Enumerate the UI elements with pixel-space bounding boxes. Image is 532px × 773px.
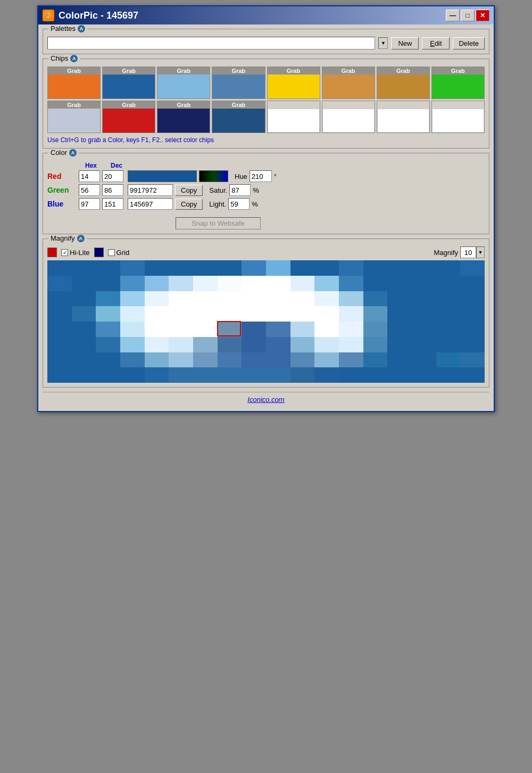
pixel: [242, 352, 266, 368]
pixel: [47, 291, 72, 307]
light-value-input[interactable]: [228, 198, 250, 210]
pixel: [339, 291, 363, 307]
magnify-info-badge[interactable]: A: [77, 235, 85, 242]
chip-item[interactable]: Grab: [267, 67, 320, 99]
pixel: [169, 276, 193, 291]
chip-item[interactable]: .: [431, 101, 485, 133]
pixel: [193, 260, 218, 276]
pixel: [193, 276, 218, 291]
pixel: [96, 306, 120, 322]
pixel: [218, 306, 242, 322]
pixel: [242, 260, 266, 276]
red-dec-input[interactable]: [102, 170, 123, 182]
pixel: [72, 291, 96, 307]
chip-item[interactable]: .: [377, 101, 430, 133]
chip-item[interactable]: Grab: [47, 101, 101, 133]
chip-item[interactable]: .: [267, 101, 320, 133]
grid-color-swatch[interactable]: [94, 248, 104, 257]
pixel: [145, 367, 169, 383]
pixel: [266, 276, 290, 291]
pixel: [72, 306, 96, 322]
snap-to-websafe-button[interactable]: Snap to Websafe: [176, 217, 261, 229]
chip-item[interactable]: Grab: [102, 67, 155, 99]
pixel: [47, 367, 72, 383]
magnify-value: 10: [460, 246, 476, 258]
footer-link[interactable]: Iconico.com: [247, 396, 284, 404]
maximize-button[interactable]: □: [461, 10, 475, 21]
pixel: [290, 276, 315, 291]
palette-dropdown-arrow[interactable]: ▼: [378, 37, 388, 49]
red-hex-input[interactable]: [79, 170, 100, 182]
pixel: [218, 367, 242, 383]
pixel: [96, 322, 120, 337]
copy1-button[interactable]: Copy: [175, 185, 203, 196]
chips-info-badge[interactable]: A: [70, 55, 78, 62]
pixel: [460, 352, 485, 368]
pixel: [193, 352, 218, 368]
chip-item[interactable]: Grab: [212, 101, 265, 133]
hex-value2-input[interactable]: [128, 198, 173, 210]
grid-checkbox[interactable]: [108, 249, 115, 256]
chip-item[interactable]: Grab: [322, 67, 375, 99]
chip-item[interactable]: Grab: [47, 67, 101, 99]
pixel: [218, 291, 242, 307]
hilite-color-swatch[interactable]: [47, 248, 57, 257]
magnify-dropdown-arrow[interactable]: ▼: [476, 246, 485, 258]
chip-item[interactable]: Grab: [102, 101, 155, 133]
copy2-button[interactable]: Copy: [175, 199, 203, 210]
magnify-dropdown[interactable]: 10 ▼: [460, 246, 485, 258]
edit-underline: E: [430, 39, 435, 47]
blue-hex-input[interactable]: [79, 198, 100, 210]
pixel: [314, 352, 339, 368]
pixel: [96, 291, 120, 307]
pixel: [242, 276, 266, 291]
minimize-button[interactable]: —: [446, 10, 460, 21]
chip-item[interactable]: Grab: [157, 101, 210, 133]
edit-palette-button[interactable]: Edit: [422, 37, 450, 50]
chip-item[interactable]: Grab: [431, 67, 485, 99]
window-title: ColorPic - 145697: [59, 10, 138, 21]
pixel: [363, 337, 388, 352]
chip-item[interactable]: Grab: [377, 67, 430, 99]
pixel: [460, 367, 485, 383]
blue-dec-input[interactable]: [102, 198, 123, 210]
palette-select-field[interactable]: [47, 37, 375, 50]
main-color-preview: [128, 170, 197, 182]
pixel: [363, 306, 388, 322]
green-hex-input[interactable]: [79, 184, 100, 196]
pixel: [387, 367, 412, 383]
pixel: [339, 322, 363, 337]
new-palette-button[interactable]: New: [391, 37, 419, 50]
green-dec-input[interactable]: [102, 184, 123, 196]
pixel: [266, 306, 290, 322]
grid-checkbox-area[interactable]: Grid: [108, 249, 130, 257]
hilite-checkbox-area[interactable]: ✓ Hi-Lite: [61, 249, 90, 257]
chip-item[interactable]: Grab: [212, 67, 265, 99]
hex-value1-input[interactable]: [128, 184, 173, 196]
pixel: [47, 260, 72, 276]
pixel: [47, 352, 72, 368]
chips-section: Chips A GrabGrabGrabGrabGrabGrabGrabGrab…: [43, 59, 489, 149]
pixel: [145, 291, 169, 307]
pixel: [242, 367, 266, 383]
color-section: Color A Hex Dec Red: [43, 153, 489, 234]
pixel: [436, 291, 461, 307]
delete-palette-button[interactable]: Delete: [453, 37, 485, 50]
pixel: [387, 337, 412, 352]
hue-label: Hue: [235, 172, 247, 180]
pixel: [242, 306, 266, 322]
satur-value-input[interactable]: [229, 184, 251, 196]
satur-pct: %: [253, 186, 259, 194]
magnify-select-label: Magnify: [434, 249, 458, 257]
chips-label: Chips A: [48, 54, 80, 62]
palettes-info-badge[interactable]: A: [78, 25, 85, 32]
pixel: [120, 276, 145, 291]
chip-item[interactable]: .: [322, 101, 375, 133]
hilite-checkbox[interactable]: ✓: [61, 249, 68, 256]
pixel: [387, 322, 412, 337]
close-button[interactable]: ✕: [476, 10, 489, 21]
pixel: [436, 352, 461, 368]
chip-item[interactable]: Grab: [157, 67, 210, 99]
hue-value-input[interactable]: [250, 170, 272, 182]
color-info-badge[interactable]: A: [69, 149, 77, 157]
